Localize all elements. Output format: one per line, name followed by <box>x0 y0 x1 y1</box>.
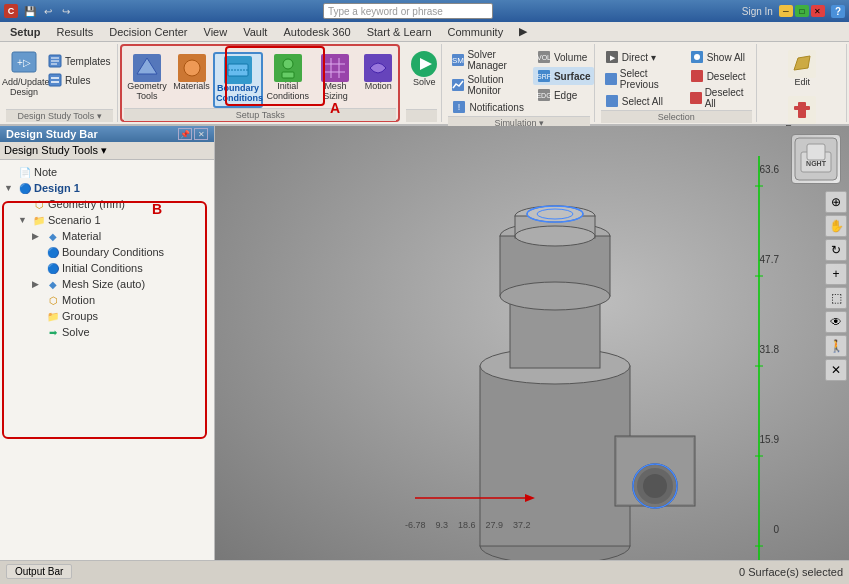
scale-63: 63.6 <box>760 164 779 175</box>
add-update-design-button[interactable]: +▷ Add/Update Design <box>6 48 42 100</box>
tree-item-motion[interactable]: ⬡ Motion <box>4 292 210 308</box>
save-button[interactable]: 💾 <box>22 3 38 19</box>
menu-view[interactable]: View <box>196 24 236 40</box>
boundary-conditions-label: Boundary Conditions <box>216 84 260 104</box>
tree-item-material[interactable]: ▶ ◆ Material <box>4 228 210 244</box>
sidebar-tools-bar[interactable]: Design Study Tools ▾ <box>0 142 214 160</box>
sidebar-pin-button[interactable]: 📌 <box>178 128 192 140</box>
axis-186: 18.6 <box>458 520 476 530</box>
tree-item-note[interactable]: 📄 Note <box>4 164 210 180</box>
zoom-region-button[interactable]: ⬚ <box>825 287 847 309</box>
boundary-conditions-button[interactable]: Boundary Conditions <box>213 52 263 108</box>
groups-icon: 📁 <box>46 309 60 323</box>
scale-15: 15.9 <box>760 434 779 445</box>
initial-conditions-button[interactable]: Initial Conditions <box>265 52 311 104</box>
tree-item-design1[interactable]: ▼ 🔵 Design 1 <box>4 180 210 196</box>
signin-label[interactable]: Sign In <box>742 6 773 17</box>
surface-button[interactable]: SRF Surface <box>533 67 594 85</box>
undo-button[interactable]: ↩ <box>40 3 56 19</box>
svg-rect-40 <box>605 73 617 85</box>
output-bar-button[interactable]: Output Bar <box>6 564 72 579</box>
expand-note <box>4 167 16 177</box>
scale-axis <box>729 156 789 560</box>
close-button[interactable]: ✕ <box>811 5 825 17</box>
ic-label: Initial Conditions <box>62 262 143 274</box>
menu-community[interactable]: Community <box>440 24 512 40</box>
notifications-button[interactable]: ! Notifications <box>448 98 526 116</box>
direct-button[interactable]: ▶ Direct ▾ <box>601 48 682 66</box>
svg-rect-19 <box>321 54 349 82</box>
tree-item-mesh-size[interactable]: ▶ ◆ Mesh Size (auto) <box>4 276 210 292</box>
expand-scenario1[interactable]: ▼ <box>18 215 30 225</box>
select-previous-button[interactable]: Select Previous <box>601 67 682 91</box>
geometry-tools-button[interactable]: Geometry Tools <box>124 52 170 104</box>
menu-autodesk360[interactable]: Autodesk 360 <box>275 24 358 40</box>
tree-item-boundary-conditions[interactable]: 🔵 Boundary Conditions <box>4 244 210 260</box>
help-button[interactable]: ? <box>831 5 845 18</box>
tree-item-scenario1[interactable]: ▼ 📁 Scenario 1 <box>4 212 210 228</box>
mesh-sizing-button[interactable]: Mesh Sizing <box>313 52 359 104</box>
zoom-button[interactable]: + <box>825 263 847 285</box>
tree-item-groups[interactable]: 📁 Groups <box>4 308 210 324</box>
sidebar-close-button[interactable]: ✕ <box>194 128 208 140</box>
solver-manager-label: Solver Manager <box>467 49 523 71</box>
svg-point-57 <box>643 474 667 498</box>
navigation-cube[interactable]: NGHT <box>791 134 841 184</box>
direct-icon: ▶ <box>604 49 620 65</box>
walk-button[interactable]: 🚶 <box>825 335 847 357</box>
expand-mesh[interactable]: ▶ <box>32 279 44 289</box>
rules-button[interactable]: Rules <box>44 71 114 89</box>
viewport[interactable]: 63.6 47.7 31.8 15.9 0 -6.78 9.3 18.6 27.… <box>215 126 849 560</box>
motion-label: Motion <box>365 82 392 92</box>
solver-manager-button[interactable]: SM Solver Manager <box>448 48 526 72</box>
menu-results[interactable]: Results <box>49 24 102 40</box>
deselect-button[interactable]: Deselect <box>686 67 752 85</box>
tree-item-initial-conditions[interactable]: 🔵 Initial Conditions <box>4 260 210 276</box>
expand-material[interactable]: ▶ <box>32 231 44 241</box>
menu-video[interactable]: ▶ <box>511 23 535 40</box>
tree-item-solve[interactable]: ➡ Solve <box>4 324 210 340</box>
tree-item-geometry[interactable]: ⬡ Geometry (mm) <box>4 196 210 212</box>
zoom-extents-button[interactable]: ⊕ <box>825 191 847 213</box>
templates-button[interactable]: Templates <box>44 52 114 70</box>
expand-design1[interactable]: ▼ <box>4 183 16 193</box>
materials-button[interactable]: Materials <box>172 52 211 94</box>
edit-button[interactable]: Edit <box>777 48 827 90</box>
deselect-all-button[interactable]: Deselect All <box>686 86 752 110</box>
solve-button[interactable]: Solve <box>406 48 442 90</box>
look-button[interactable]: 👁 <box>825 311 847 333</box>
show-all-button[interactable]: Show All <box>686 48 752 66</box>
menu-setup[interactable]: Setup <box>2 24 49 40</box>
select-all-button[interactable]: Select All <box>601 92 682 110</box>
mesh-sizing-label: Mesh Sizing <box>317 82 355 102</box>
add-update-design-label: Add/Update Design <box>2 78 46 98</box>
svg-text:!: ! <box>458 102 461 112</box>
svg-text:NGHT: NGHT <box>806 160 827 167</box>
solution-monitor-button[interactable]: Solution Monitor <box>448 73 526 97</box>
orbit-button[interactable]: ↻ <box>825 239 847 261</box>
scenario1-label: Scenario 1 <box>48 214 101 226</box>
volume-button[interactable]: VOL Volume <box>533 48 594 66</box>
edge-button[interactable]: EDG Edge <box>533 86 594 104</box>
menu-vault[interactable]: Vault <box>235 24 275 40</box>
pan-button[interactable]: ✋ <box>825 215 847 237</box>
initial-conditions-label: Initial Conditions <box>266 82 309 102</box>
note-icon: 📄 <box>18 165 32 179</box>
cancel-nav-button[interactable]: ✕ <box>825 359 847 381</box>
svg-rect-45 <box>690 92 702 104</box>
search-bar[interactable]: Type a keyword or phrase <box>323 3 493 19</box>
menu-start-learn[interactable]: Start & Learn <box>359 24 440 40</box>
geometry-tools-icon <box>133 54 161 82</box>
sidebar-tools-label[interactable]: Design Study Tools ▾ <box>4 144 107 157</box>
status-bar: Output Bar 0 Surface(s) selected <box>0 560 849 582</box>
menu-decision-center[interactable]: Decision Center <box>101 24 195 40</box>
material-icon: ◆ <box>46 229 60 243</box>
motion-button[interactable]: Motion <box>360 52 396 94</box>
ribbon-group-selection: ▶ Direct ▾ Select Previous Select All <box>597 44 757 122</box>
minimize-button[interactable]: ─ <box>779 5 793 17</box>
direct-label: Direct ▾ <box>622 52 656 63</box>
app-icon: C <box>4 4 18 18</box>
svg-text:SRF: SRF <box>537 73 551 80</box>
redo-button[interactable]: ↪ <box>58 3 74 19</box>
maximize-button[interactable]: □ <box>795 5 809 17</box>
